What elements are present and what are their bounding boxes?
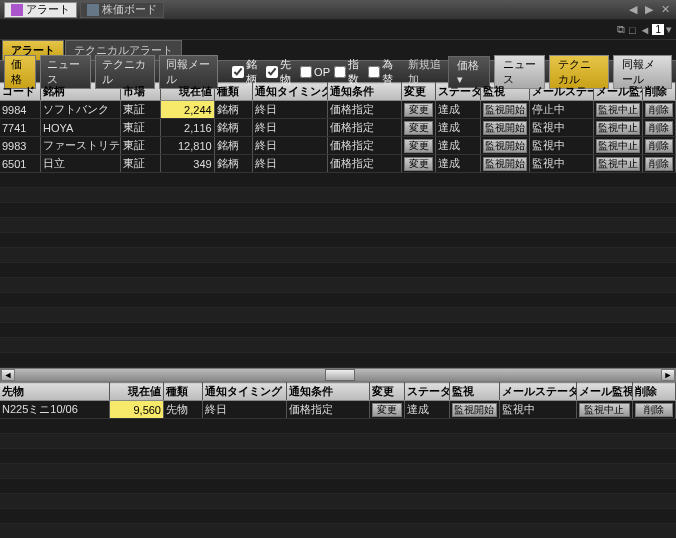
cell-del: 削除 xyxy=(642,155,675,173)
stock-grid: コード 銘柄 市場 現在値 種類 通知タイミング 通知条件 変更 ステータス 監… xyxy=(0,82,676,173)
title-tab-alert[interactable]: アラート xyxy=(4,2,77,18)
col-mstat[interactable]: メールステータス xyxy=(529,83,593,101)
cell-kind: 先物 xyxy=(163,401,202,419)
alert-icon xyxy=(11,4,23,16)
cell-mon: 監視開始 xyxy=(480,137,529,155)
check-futures[interactable]: 先物 xyxy=(266,57,296,87)
cell-mon: 監視開始 xyxy=(450,401,499,419)
col-market[interactable]: 市場 xyxy=(120,83,160,101)
cell-market: 東証 xyxy=(120,101,160,119)
empty-rows xyxy=(0,173,676,368)
cell-price: 349 xyxy=(161,155,214,173)
cell-button[interactable]: 監視開始 xyxy=(483,121,527,135)
title-bar: アラート 株価ボード ◀ ▶ ✕ xyxy=(0,0,676,20)
pager-menu-icon[interactable]: ▾ xyxy=(666,23,672,36)
col-futures[interactable]: 先物 xyxy=(0,383,110,401)
pager[interactable]: ◄ 1 ▾ xyxy=(640,23,672,36)
col-mmon[interactable]: メール監視 xyxy=(576,383,632,401)
scroll-track[interactable] xyxy=(15,369,661,381)
cell-button[interactable]: 変更 xyxy=(404,139,433,153)
col-cond[interactable]: 通知条件 xyxy=(286,383,370,401)
close-icon[interactable]: ✕ xyxy=(659,3,672,16)
title-tab-board[interactable]: 株価ボード xyxy=(80,2,164,18)
col-kind[interactable]: 種類 xyxy=(163,383,202,401)
table-row[interactable]: N225ミニ10/069,560先物終日価格指定変更達成監視開始監視中監視中止削… xyxy=(0,401,676,419)
cell-price: 2,244 xyxy=(161,101,214,119)
cell-mon: 監視開始 xyxy=(480,155,529,173)
cell-mstat: 監視中 xyxy=(499,401,576,419)
col-change[interactable]: 変更 xyxy=(370,383,404,401)
cell-button[interactable]: 変更 xyxy=(372,403,401,417)
cell-button[interactable]: 監視開始 xyxy=(483,157,527,171)
col-del[interactable]: 削除 xyxy=(632,383,675,401)
cell-timing: 終日 xyxy=(252,119,327,137)
cell-button[interactable]: 削除 xyxy=(645,103,673,117)
cell-button[interactable]: 監視中止 xyxy=(579,403,630,417)
cell-name: 日立 xyxy=(40,155,120,173)
cell-mmon: 監視中止 xyxy=(593,101,642,119)
dock-icon[interactable]: ⧉ xyxy=(617,23,625,36)
table-row[interactable]: 9984ソフトバンク東証2,244銘柄終日価格指定変更達成監視開始停止中監視中止… xyxy=(0,101,676,119)
cell-kind: 銘柄 xyxy=(214,137,252,155)
col-status[interactable]: ステータス xyxy=(404,383,449,401)
col-timing[interactable]: 通知タイミング xyxy=(202,383,286,401)
col-status[interactable]: ステータス xyxy=(436,83,481,101)
col-mstat[interactable]: メールステータス xyxy=(499,383,576,401)
cell-status: 達成 xyxy=(436,101,481,119)
cell-button[interactable]: 変更 xyxy=(404,121,433,135)
pager-prev-icon[interactable]: ◄ xyxy=(640,24,651,36)
cell-button[interactable]: 監視中止 xyxy=(596,139,640,153)
table-row[interactable]: 7741HOYA東証2,116銘柄終日価格指定変更達成監視開始監視中監視中止削除 xyxy=(0,119,676,137)
scroll-right-icon[interactable]: ► xyxy=(661,369,675,381)
hscrollbar[interactable]: ◄ ► xyxy=(0,368,676,382)
pager-value: 1 xyxy=(652,24,664,35)
cell-code: 6501 xyxy=(0,155,40,173)
cell-button[interactable]: 監視開始 xyxy=(483,103,527,117)
cell-button[interactable]: 監視中止 xyxy=(596,121,640,135)
prev-icon[interactable]: ◀ xyxy=(627,3,639,16)
cell-button[interactable]: 変更 xyxy=(404,103,433,117)
cell-cond: 価格指定 xyxy=(327,101,402,119)
cell-button[interactable]: 監視中止 xyxy=(596,157,640,171)
cell-code: 7741 xyxy=(0,119,40,137)
scroll-left-icon[interactable]: ◄ xyxy=(1,369,15,381)
col-mmon[interactable]: メール監視 xyxy=(593,83,642,101)
cell-button[interactable]: 監視開始 xyxy=(483,139,527,153)
empty-rows xyxy=(0,419,676,538)
cell-timing: 終日 xyxy=(252,137,327,155)
cell-button[interactable]: 削除 xyxy=(645,157,673,171)
cell-button[interactable]: 変更 xyxy=(404,157,433,171)
check-fx[interactable]: 為替 xyxy=(368,57,398,87)
btn-price[interactable]: 価格 ▾ xyxy=(448,56,489,88)
cell-name: HOYA xyxy=(40,119,120,137)
cell-price: 12,810 xyxy=(161,137,214,155)
cell-kind: 銘柄 xyxy=(214,155,252,173)
cell-del: 削除 xyxy=(642,137,675,155)
check-op[interactable]: OP xyxy=(300,66,330,78)
cell-del: 削除 xyxy=(642,101,675,119)
cell-button[interactable]: 監視中止 xyxy=(596,103,640,117)
check-index[interactable]: 指数 xyxy=(334,57,364,87)
cell-mstat: 監視中 xyxy=(529,119,593,137)
col-code[interactable]: コード xyxy=(0,83,40,101)
cell-button[interactable]: 削除 xyxy=(645,121,673,135)
cell-mmon: 監視中止 xyxy=(593,119,642,137)
cell-mmon: 監視中止 xyxy=(593,137,642,155)
cell-button[interactable]: 削除 xyxy=(645,139,673,153)
cell-change: 変更 xyxy=(402,155,436,173)
cell-change: 変更 xyxy=(402,119,436,137)
cell-code: 9984 xyxy=(0,101,40,119)
cell-mmon: 監視中止 xyxy=(593,155,642,173)
col-timing[interactable]: 通知タイミング xyxy=(252,83,327,101)
next-icon[interactable]: ▶ xyxy=(643,3,655,16)
cell-button[interactable]: 削除 xyxy=(635,403,673,417)
col-price[interactable]: 現在値 xyxy=(110,383,164,401)
col-monitor[interactable]: 監視 xyxy=(450,383,499,401)
expand-icon[interactable]: □ xyxy=(629,24,636,36)
scroll-thumb[interactable] xyxy=(325,369,355,381)
cell-button[interactable]: 監視開始 xyxy=(452,403,496,417)
toolbar: 価格 ニュース テクニカル 同報メール 銘柄 先物 OP 指数 為替 新規追加 … xyxy=(0,60,676,82)
table-row[interactable]: 6501日立東証349銘柄終日価格指定変更達成監視開始監視中監視中止削除 xyxy=(0,155,676,173)
table-row[interactable]: 9983ファーストリテ東証12,810銘柄終日価格指定変更達成監視開始監視中監視… xyxy=(0,137,676,155)
check-meigara[interactable]: 銘柄 xyxy=(232,57,262,87)
